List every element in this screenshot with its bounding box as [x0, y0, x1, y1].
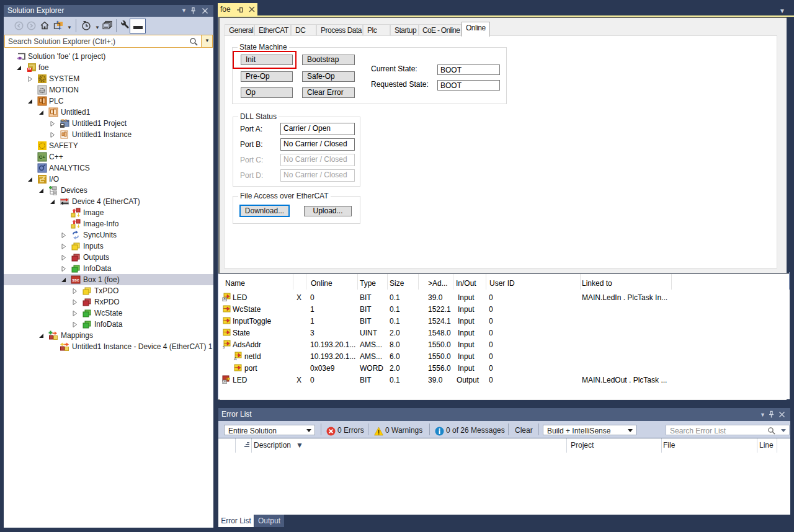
svg-text:ssc: ssc	[72, 278, 79, 282]
svg-text:PLC: PLC	[61, 119, 68, 122]
svg-text:A: A	[234, 357, 237, 360]
svg-text:s: s	[223, 345, 225, 348]
svg-text:C+: C+	[39, 154, 46, 160]
